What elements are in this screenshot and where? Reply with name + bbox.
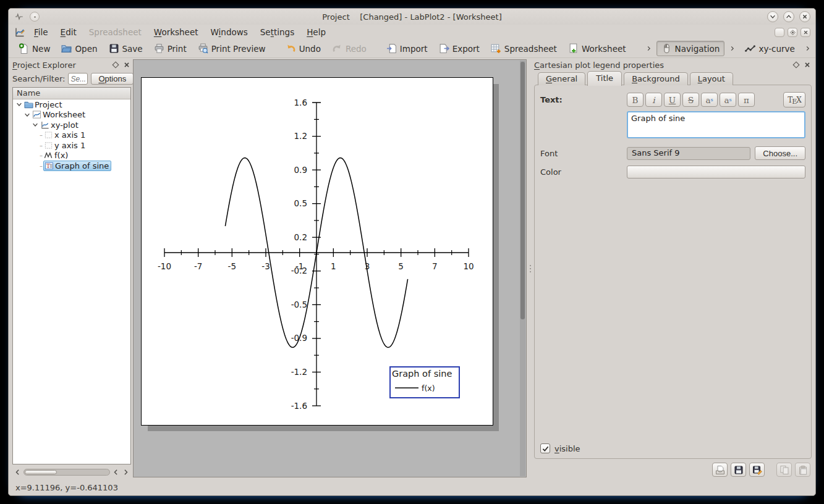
expander-chevron-icon[interactable] [32, 121, 39, 128]
tex-mode-button[interactable]: TEX [783, 92, 805, 107]
choose-font-button[interactable]: Choose... [755, 146, 805, 160]
menu-edit[interactable]: Edit [55, 26, 82, 38]
format-subscript-button[interactable]: as [720, 93, 736, 107]
titlebar-menu-button[interactable] [30, 12, 40, 22]
tree-item-xy-plot[interactable]: xy-plot [13, 120, 130, 130]
dock-float-icon[interactable] [111, 61, 120, 69]
mdi-restore-button[interactable] [775, 28, 784, 37]
format-bold-button[interactable]: B [627, 93, 643, 107]
format-superscript-button[interactable]: as [701, 93, 718, 107]
project-explorer-title: Project Explorer [12, 61, 109, 70]
mdi-shade-button[interactable] [788, 28, 797, 37]
vscroll-thumb[interactable] [520, 62, 525, 319]
menu-settings[interactable]: Settings [255, 26, 300, 38]
search-filter-label: Search/Filter: [12, 74, 65, 83]
plot-legend[interactable]: Graph of sinef(x) [390, 367, 459, 398]
legend-properties-dock: Cartesian plot legend properties General… [534, 59, 812, 477]
x-tick-label: 7 [432, 261, 438, 271]
labplot-app-icon [14, 27, 26, 37]
tree-item-f-x[interactable]: –f(x) [13, 151, 130, 161]
main-area: Project Explorer Search/Filter: Options … [9, 58, 815, 480]
dock-float-icon[interactable] [792, 61, 801, 69]
menu-worksheet[interactable]: Worksheet [148, 26, 204, 38]
navigation-button[interactable]: Navigation [656, 41, 725, 56]
format-underline-button[interactable]: U [664, 93, 681, 107]
worksheet-vscrollbar[interactable] [520, 61, 525, 476]
worksheet-add-icon [568, 43, 579, 54]
print-preview-button[interactable]: Print Preview [193, 41, 271, 56]
close-button[interactable] [799, 11, 810, 22]
legend-title-input[interactable]: Graph of sine [627, 111, 805, 138]
tree-item-graph-of-sine[interactable]: –TGraph of sine [13, 161, 130, 171]
worksheet-view[interactable]: -10-7-5-3-11357101.61.20.90.50.2-0.2-0.5… [133, 59, 527, 477]
scroll-right-icon[interactable] [122, 468, 130, 476]
titlebar[interactable]: Project [Changed] - LabPlot2 - [Workshee… [9, 9, 815, 25]
worksheet-page[interactable]: -10-7-5-3-11357101.61.20.90.50.2-0.2-0.5… [141, 77, 493, 426]
scroll-left2-icon[interactable] [112, 468, 120, 476]
main-toolbar: NewOpenSavePrintPrint PreviewUndoRedoImp… [9, 40, 815, 58]
tree-item-x-axis-1[interactable]: –x axis 1 [13, 130, 130, 141]
expander-chevron-icon[interactable] [15, 101, 23, 108]
explorer-hscrollbar[interactable] [12, 467, 131, 477]
new-button[interactable]: New [14, 41, 55, 56]
tree-item-project[interactable]: Project [13, 99, 130, 110]
scroll-left-icon[interactable] [14, 468, 22, 476]
export-button[interactable]: Export [434, 41, 485, 56]
import-button[interactable]: Import [381, 41, 433, 56]
save-button[interactable]: Save [104, 41, 148, 56]
hscroll-thumb[interactable] [25, 470, 57, 474]
dock-close-icon[interactable] [122, 61, 131, 69]
search-input[interactable] [68, 73, 88, 85]
menu-help[interactable]: Help [301, 26, 331, 38]
format-symbol-pi-button[interactable]: π [738, 93, 755, 107]
redo-button-label: Redo [346, 44, 367, 54]
tree-item-label: Graph of sine [54, 161, 110, 170]
hscroll-track[interactable] [23, 469, 110, 476]
expander-chevron-icon[interactable] [23, 111, 31, 119]
tree-item-y-axis-1[interactable]: –y axis 1 [13, 140, 130, 151]
options-button[interactable]: Options [91, 73, 134, 85]
tab-layout[interactable]: Layout [690, 72, 733, 85]
save-template-button[interactable] [731, 463, 746, 477]
tree-header-name[interactable]: Name [13, 88, 130, 99]
tab-background[interactable]: Background [624, 72, 688, 85]
save-template-as-button[interactable] [749, 463, 765, 477]
toolbar-overflow-chevron[interactable] [804, 45, 811, 52]
mdi-close-button[interactable] [801, 28, 810, 37]
format-strikethrough-button[interactable]: S [682, 93, 699, 107]
print-button[interactable]: Print [149, 41, 192, 56]
font-field: Sans Serif 9 [627, 147, 750, 160]
tab-general[interactable]: General [538, 72, 585, 85]
font-label: Font [540, 149, 627, 158]
cursor-position-text: x=9.11196, y=-0.641103 [15, 483, 118, 492]
tab-title[interactable]: Title [587, 71, 622, 86]
dock-splitter[interactable] [529, 59, 532, 477]
worksheet-button[interactable]: Worksheet [563, 41, 631, 56]
menu-file[interactable]: File [28, 26, 54, 38]
toolbar-overflow-chevron[interactable] [645, 45, 652, 52]
format-italic-button[interactable]: i [645, 93, 662, 107]
redo-icon [332, 43, 342, 54]
minimize-button[interactable] [767, 11, 778, 22]
tree-item-worksheet[interactable]: Worksheet [13, 110, 130, 120]
tree-branch: – [40, 152, 43, 159]
dock-close-icon[interactable] [803, 61, 812, 69]
maximize-button[interactable] [783, 11, 794, 22]
open-button[interactable]: Open [56, 41, 102, 56]
text-tree-icon: T [45, 161, 54, 170]
load-template-button[interactable] [712, 463, 728, 477]
spreadsheet-button[interactable]: Spreadsheet [486, 41, 562, 56]
tree-item-label: xy-plot [49, 120, 80, 130]
color-picker-button[interactable] [627, 166, 805, 178]
undo-button[interactable]: Undo [281, 41, 326, 56]
cartesian-plot[interactable]: -10-7-5-3-11357101.61.20.90.50.2-0.2-0.5… [142, 78, 493, 425]
xy-curve-button[interactable]: xy-curve [740, 41, 799, 56]
copy-icon [779, 465, 789, 475]
svg-text:T: T [46, 162, 50, 169]
tree-item-label: Project [33, 100, 63, 109]
menu-windows[interactable]: Windows [205, 26, 253, 38]
visible-checkbox[interactable] [540, 443, 550, 453]
chevron-down-icon [769, 13, 776, 20]
mouse-icon [661, 43, 672, 54]
toolbar-overflow-chevron[interactable] [729, 45, 736, 52]
